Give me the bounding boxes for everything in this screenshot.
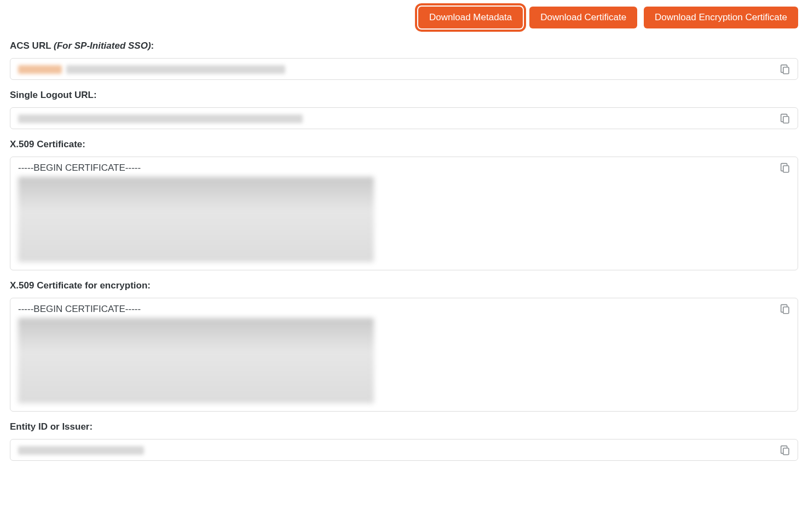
slo-url-value-box xyxy=(10,107,798,129)
svg-rect-2 xyxy=(783,166,789,172)
x509-cert-enc-field: X.509 Certificate for encryption: -----B… xyxy=(10,280,798,412)
svg-rect-0 xyxy=(783,67,789,74)
download-encryption-certificate-button[interactable]: Download Encryption Certificate xyxy=(644,7,798,28)
redacted-value xyxy=(18,114,303,123)
entity-id-value-box xyxy=(10,439,798,461)
slo-url-field: Single Logout URL: xyxy=(10,90,798,129)
acs-url-label: ACS URL (For SP-Initiated SSO): xyxy=(10,41,798,51)
x509-cert-enc-label: X.509 Certificate for encryption: xyxy=(10,280,798,291)
copy-icon[interactable] xyxy=(779,303,791,315)
svg-rect-4 xyxy=(783,448,789,455)
x509-cert-field: X.509 Certificate: -----BEGIN CERTIFICAT… xyxy=(10,139,798,270)
redacted-value xyxy=(18,446,144,455)
download-certificate-button[interactable]: Download Certificate xyxy=(529,7,637,28)
top-button-row: Download Metadata Download Certificate D… xyxy=(10,7,798,28)
redacted-value xyxy=(18,65,62,74)
acs-url-label-end: : xyxy=(151,41,154,51)
x509-cert-value-box: -----BEGIN CERTIFICATE----- xyxy=(10,157,798,270)
redacted-cert-body xyxy=(18,318,374,403)
copy-icon[interactable] xyxy=(779,444,791,456)
redacted-value xyxy=(66,65,285,74)
cert-begin-line: -----BEGIN CERTIFICATE----- xyxy=(18,304,771,315)
redacted-cert-body xyxy=(18,177,374,262)
svg-rect-1 xyxy=(783,117,789,123)
download-metadata-button[interactable]: Download Metadata xyxy=(418,7,523,28)
slo-url-label: Single Logout URL: xyxy=(10,90,798,101)
acs-url-label-main: ACS URL xyxy=(10,41,54,51)
acs-url-value-box xyxy=(10,58,798,80)
copy-icon[interactable] xyxy=(779,112,791,124)
entity-id-field: Entity ID or Issuer: xyxy=(10,421,798,461)
acs-url-field: ACS URL (For SP-Initiated SSO): xyxy=(10,41,798,80)
x509-cert-label: X.509 Certificate: xyxy=(10,139,798,150)
x509-cert-enc-value-box: -----BEGIN CERTIFICATE----- xyxy=(10,298,798,412)
acs-url-label-hint: (For SP-Initiated SSO) xyxy=(54,41,151,51)
cert-begin-line: -----BEGIN CERTIFICATE----- xyxy=(18,163,771,174)
svg-rect-3 xyxy=(783,307,789,314)
entity-id-label: Entity ID or Issuer: xyxy=(10,421,798,432)
copy-icon[interactable] xyxy=(779,161,791,174)
copy-icon[interactable] xyxy=(779,63,791,75)
